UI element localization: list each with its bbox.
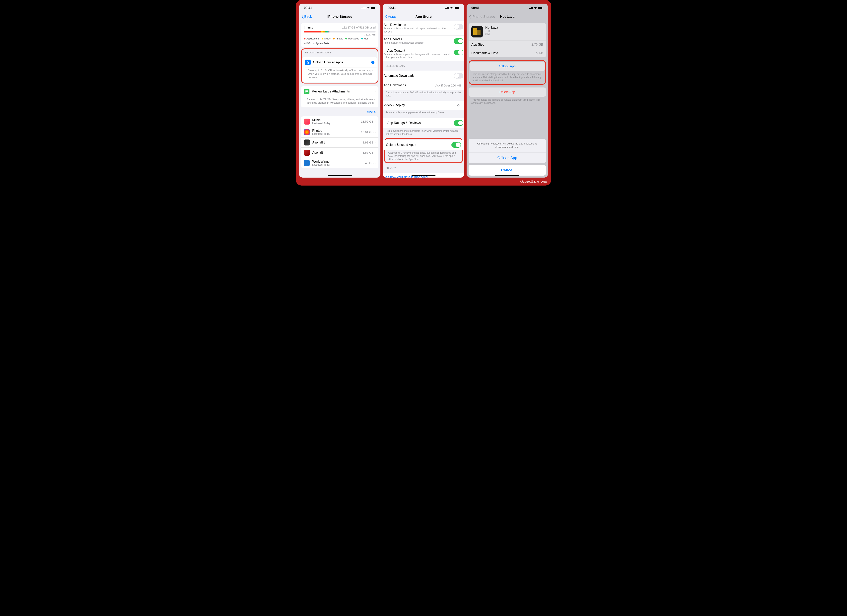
screen-iphone-storage: 09:41 Back iPhone Storage iPhone 182.27 … <box>299 4 381 178</box>
app-version: 1.27 <box>485 30 498 33</box>
battery-icon <box>454 7 459 9</box>
toggle[interactable] <box>454 73 463 78</box>
status-bar: 09:41 <box>299 4 381 12</box>
legend-item: iOS <box>304 42 310 45</box>
chevron-right-icon: › <box>375 161 376 165</box>
rec-title: Offload Unused Apps <box>313 60 371 64</box>
screen-app-store-settings: 09:41 Apps App Store App DownloadsAutoma… <box>383 4 464 178</box>
chevron-right-icon: › <box>375 141 376 144</box>
row-value: Ask If Over 200 MB <box>435 84 461 87</box>
legend-item: Applications <box>304 37 319 40</box>
status-time: 09:41 <box>388 6 396 10</box>
toggle[interactable] <box>454 50 463 55</box>
delete-label: Delete App <box>469 87 546 97</box>
svg-rect-0 <box>362 8 362 9</box>
rec2-title: Review Large Attachments <box>312 90 375 93</box>
recommendation-attachments-card[interactable]: Review Large Attachments › Save up to 14… <box>301 86 378 108</box>
back-button[interactable]: iPhone Storage <box>469 15 495 19</box>
toggle[interactable] <box>454 38 463 44</box>
status-bar: 09:41 <box>466 4 548 12</box>
offload-toggle-row[interactable]: Offload Unused Apps <box>383 140 464 150</box>
row-value: On <box>457 104 461 107</box>
autoplay-group: Video Autoplay On › <box>383 101 464 110</box>
offload-group: Offload Unused Apps <box>383 140 464 150</box>
highlight-offload-recommendation: RECOMMENDATIONS Offload Unused Apps ✓ Sa… <box>301 49 378 84</box>
toggle-row[interactable]: In-App ContentAutomatically run apps in … <box>383 47 464 61</box>
home-indicator[interactable] <box>495 175 519 176</box>
offload-label: Offload App <box>470 62 545 71</box>
chevron-right-icon: › <box>375 120 376 123</box>
app-icon <box>304 160 310 166</box>
legend-item: System Data <box>313 42 329 45</box>
row-label: Video Autoplay <box>384 103 457 107</box>
app-icon <box>304 129 310 135</box>
svg-rect-11 <box>459 7 459 8</box>
status-time: 09:41 <box>304 6 312 10</box>
svg-rect-9 <box>449 7 449 9</box>
sort-label: Size <box>367 110 373 113</box>
app-downloads-row[interactable]: App Downloads Ask If Over 200 MB › <box>383 81 464 90</box>
app-icon <box>304 150 310 156</box>
sort-arrows-icon: ⇅ <box>374 111 376 113</box>
app-vendor: Klei <box>485 33 498 36</box>
delete-app-button[interactable]: Delete App <box>469 87 546 97</box>
toggle[interactable] <box>454 24 463 29</box>
video-autoplay-row[interactable]: Video Autoplay On › <box>383 101 464 110</box>
app-downloads-footer: Only allow apps under 200 MB to download… <box>383 90 464 98</box>
app-icon <box>304 119 310 125</box>
rec-description: Save up to 61.24 GB. Automatically offlo… <box>305 68 377 82</box>
recommendation-offload-card[interactable]: Offload Unused Apps ✓ Save up to 61.24 G… <box>302 57 377 82</box>
privacy-header: PRIVACY <box>383 163 464 171</box>
svg-rect-16 <box>539 7 542 9</box>
offload-app-button[interactable]: Offload App <box>470 62 545 71</box>
sort-button[interactable]: Size ⇅ <box>301 108 378 114</box>
highlight-offload-toggle: Offload Unused Apps Automatically remove… <box>384 138 463 164</box>
screen-app-detail: 09:41 iPhone Storage Hot Lava <box>466 4 548 178</box>
ratings-footer: Help developers and other users know wha… <box>383 128 464 137</box>
toggle[interactable] <box>454 120 463 126</box>
automatic-downloads-toggle-row[interactable]: Automatic Downloads <box>383 71 464 81</box>
row-label: Automatic Downloads <box>384 74 454 78</box>
back-label: Back <box>304 15 312 19</box>
storage-summary-card: iPhone 182.27 GB of 512 GB used 329.73 G… <box>301 23 378 47</box>
status-time: 09:41 <box>471 6 480 10</box>
app-size-row: App Size 2.76 GB <box>469 40 546 49</box>
app-info-card: Hot Lava 1.27 Klei App Size 2.76 GB Docu… <box>469 23 546 57</box>
toggle[interactable] <box>452 142 461 148</box>
row-label: In-App Ratings & Reviews <box>384 121 454 125</box>
sheet-cancel-button[interactable]: Cancel <box>469 165 546 175</box>
toggle-row[interactable]: App UpdatesAutomatically install new app… <box>383 35 464 47</box>
app-row[interactable]: WorldWinnerLast used: Today3.43 GB› <box>301 158 378 168</box>
ratings-group: In-App Ratings & Reviews <box>383 118 464 128</box>
svg-rect-20 <box>477 30 481 35</box>
back-button[interactable]: Apps <box>385 15 396 19</box>
action-sheet: Offloading "Hot Lava" will delete the ap… <box>469 139 546 175</box>
svg-rect-4 <box>371 7 375 9</box>
app-row[interactable]: MusicLast used: Today18.59 GB› <box>301 116 378 127</box>
offload-desc: This will free up storage used by the ap… <box>470 71 545 83</box>
svg-rect-17 <box>543 7 543 8</box>
home-indicator[interactable] <box>328 175 352 176</box>
svg-rect-3 <box>364 7 365 9</box>
svg-rect-2 <box>364 7 364 9</box>
messages-icon <box>304 89 310 94</box>
svg-rect-7 <box>446 8 447 9</box>
app-row[interactable]: Asphalt3.57 GB› <box>301 147 378 158</box>
app-name: Hot Lava <box>485 26 498 29</box>
automatic-downloads-group: App DownloadsAutomatically install free … <box>383 21 464 61</box>
home-indicator[interactable] <box>412 175 435 176</box>
back-button[interactable]: Back <box>301 15 312 19</box>
svg-rect-13 <box>530 8 531 9</box>
sheet-offload-button[interactable]: Offload App <box>469 152 546 163</box>
app-row[interactable]: PhotosLast used: Today10.61 GB› <box>301 127 378 137</box>
toggle-row[interactable]: App DownloadsAutomatically install free … <box>383 21 464 35</box>
ratings-toggle-row[interactable]: In-App Ratings & Reviews <box>383 118 464 128</box>
app-row[interactable]: Asphalt 83.98 GB› <box>301 137 378 147</box>
chevron-right-icon: › <box>375 151 376 154</box>
legend-item: Mail <box>361 37 368 40</box>
legend-item: Music <box>322 37 331 40</box>
svg-rect-5 <box>375 7 375 8</box>
svg-rect-8 <box>447 7 448 9</box>
svg-rect-18 <box>471 26 483 37</box>
storage-bar <box>304 31 376 32</box>
